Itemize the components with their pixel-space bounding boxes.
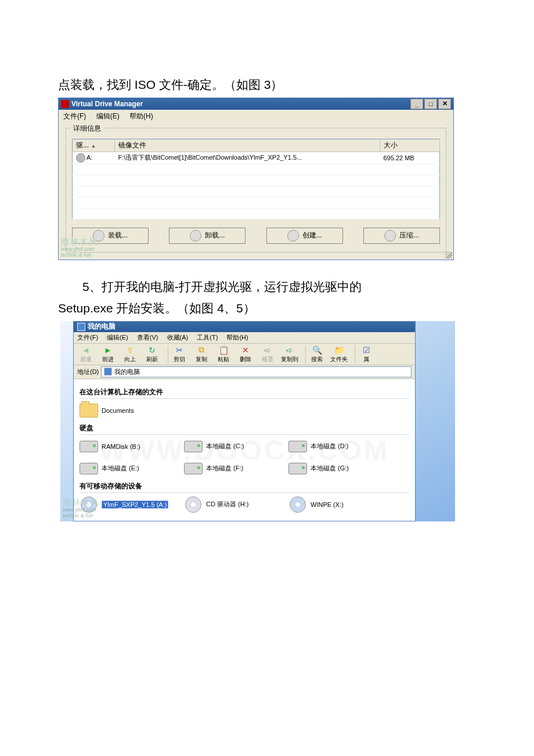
cd-icon	[185, 496, 201, 513]
section-stored-files: 在这台计算机上存储的文件	[80, 387, 409, 399]
forward-button[interactable]: ►前进	[99, 345, 117, 363]
my-computer-icon	[104, 368, 112, 376]
up-button[interactable]: ⇧向上	[121, 345, 139, 363]
delete-button[interactable]: ✕删除	[237, 345, 254, 363]
virtual-drive-manager-window: Virtual Drive Manager _ □ ✕ 文件(F) 编辑(E) …	[58, 98, 454, 260]
col-drive[interactable]: 驱...▲	[73, 139, 115, 152]
properties-icon: ☑	[360, 345, 372, 355]
cd-icon	[290, 496, 306, 513]
minimize-button[interactable]: _	[410, 99, 423, 109]
unmount-button[interactable]: 卸载...	[169, 228, 246, 244]
moveto-button[interactable]: ➪移至	[259, 345, 276, 363]
my-computer-icon	[77, 323, 85, 331]
menu-edit[interactable]: 编辑(E)	[96, 112, 120, 120]
menu-file[interactable]: 文件(F)	[63, 112, 86, 120]
table-row	[73, 186, 440, 197]
menu-tools[interactable]: 工具(T)	[197, 334, 218, 341]
instruction-text-2: 5、打开我的电脑-打开虚拟光驱，运行虚拟光驱中的	[58, 278, 476, 296]
cut-button[interactable]: ✂剪切	[171, 345, 188, 363]
details-section: 详细信息 驱...▲ 镜像文件 大小 A: F:\迅雷下载\BitComet[1…	[66, 128, 446, 253]
instruction-text-1: 点装载，找到 ISO 文件-确定。（如图 3）	[58, 75, 476, 94]
drive-icon	[80, 441, 98, 452]
back-icon: ◄	[80, 345, 92, 355]
paste-icon: 📋	[218, 345, 229, 355]
explorer-content: WWW.DOOCX.COM 在这台计算机上存储的文件 Documents 硬盘 …	[74, 379, 415, 521]
menu-fav[interactable]: 收藏(A)	[167, 334, 189, 341]
drive-g[interactable]: 本地磁盘 (G:)	[288, 460, 381, 477]
refresh-button[interactable]: ↻刷新	[143, 345, 161, 363]
table-row[interactable]: A: F:\迅雷下载\BitComet[1]\BitComet\Download…	[73, 152, 440, 164]
my-computer-window: 我的电脑 文件(F) 编辑(E) 查看(V) 收藏(A) 工具(T) 帮助(H)…	[73, 321, 416, 521]
winpe-drive-x[interactable]: WINPE (X:)	[288, 496, 381, 513]
drive-icon	[288, 463, 307, 474]
unmount-icon	[190, 230, 201, 242]
explorer-titlebar[interactable]: 我的电脑	[74, 322, 415, 332]
explorer-title: 我的电脑	[88, 322, 116, 332]
create-button[interactable]: 创建...	[266, 228, 343, 244]
copyto-icon: ➪	[284, 345, 295, 355]
folders-button[interactable]: 📁文件夹	[330, 345, 348, 363]
back-button[interactable]: ◄后退	[77, 345, 95, 363]
drive-icon	[184, 463, 203, 474]
create-icon	[287, 230, 299, 242]
documents-folder[interactable]: Documents	[80, 402, 172, 419]
address-label: 地址(D)	[77, 368, 99, 376]
menu-help[interactable]: 帮助(H)	[129, 112, 153, 120]
forward-icon: ►	[102, 345, 114, 355]
section-removable: 有可移动存储的设备	[80, 481, 409, 493]
menu-file[interactable]: 文件(F)	[77, 334, 98, 341]
col-size[interactable]: 大小	[380, 139, 440, 152]
drive-e[interactable]: 本地磁盘 (E:)	[80, 460, 172, 477]
copyto-button[interactable]: ➪复制到	[281, 345, 298, 363]
details-label: 详细信息	[71, 124, 103, 134]
menu-help[interactable]: 帮助(H)	[226, 334, 248, 341]
table-row	[73, 197, 440, 208]
menu-view[interactable]: 查看(V)	[137, 334, 158, 341]
drive-f[interactable]: 本地磁盘 (F:)	[184, 460, 277, 477]
address-input[interactable]: 我的电脑	[101, 366, 412, 377]
drive-listview[interactable]: 驱...▲ 镜像文件 大小 A: F:\迅雷下载\BitComet[1]\Bit…	[72, 139, 440, 219]
drive-icon	[80, 463, 98, 474]
compress-icon	[384, 230, 396, 242]
copy-icon: ⧉	[196, 345, 207, 355]
resize-grip[interactable]	[445, 251, 452, 258]
maximize-button[interactable]: □	[424, 99, 437, 109]
drive-icon	[184, 441, 203, 452]
menu-edit[interactable]: 编辑(E)	[107, 334, 128, 341]
table-row	[73, 175, 440, 186]
close-button[interactable]: ✕	[438, 99, 451, 109]
drive-c[interactable]: 本地磁盘 (C:)	[184, 438, 277, 455]
explorer-toolbar: ◄后退 ►前进 ⇧向上 ↻刷新 ✂剪切 ⧉复制 📋粘贴 ✕删除 ➪移至 ➪复制到…	[74, 344, 415, 365]
up-icon: ⇧	[124, 345, 136, 355]
search-button[interactable]: 🔍搜索	[308, 345, 326, 363]
drive-icon	[288, 441, 307, 452]
search-icon: 🔍	[311, 345, 323, 355]
instruction-text-3: Setup.exe 开始安装。（如图 4、5）	[58, 299, 476, 318]
drive-d[interactable]: 本地磁盘 (D:)	[288, 438, 381, 455]
explorer-menubar: 文件(F) 编辑(E) 查看(V) 收藏(A) 工具(T) 帮助(H)	[74, 332, 415, 344]
col-image[interactable]: 镜像文件	[115, 139, 380, 152]
refresh-icon: ↻	[146, 345, 158, 355]
compress-button[interactable]: 压缩...	[363, 228, 440, 244]
delete-icon: ✕	[240, 345, 251, 355]
moveto-icon: ➪	[262, 345, 273, 355]
cd-drive-h[interactable]: CD 驱动器 (H:)	[184, 496, 277, 513]
drive-icon	[76, 153, 85, 163]
ylmf-watermark: 雨林木风 www.ylmf.com technic & fun	[61, 237, 98, 258]
vdm-menubar: 文件(F) 编辑(E) 帮助(H)	[59, 110, 453, 123]
paste-button[interactable]: 📋粘贴	[215, 345, 232, 363]
cut-icon: ✂	[174, 345, 185, 355]
drive-b[interactable]: RAMDisk (B:)	[80, 438, 172, 455]
vdm-title: Virtual Drive Manager	[71, 100, 143, 108]
vdm-app-icon	[61, 100, 69, 108]
properties-button[interactable]: ☑属	[358, 345, 375, 363]
address-bar: 地址(D) 我的电脑	[74, 365, 415, 379]
folders-icon: 📁	[333, 345, 345, 355]
folder-icon	[80, 404, 98, 417]
table-row	[73, 164, 440, 175]
copy-button[interactable]: ⧉复制	[193, 345, 210, 363]
table-row	[73, 208, 440, 219]
vdm-titlebar[interactable]: Virtual Drive Manager _ □ ✕	[59, 98, 453, 110]
section-hard-disks: 硬盘	[80, 423, 409, 435]
ylmf-watermark: 雨林木风 www.ylmf.com technic & fun	[63, 498, 100, 519]
